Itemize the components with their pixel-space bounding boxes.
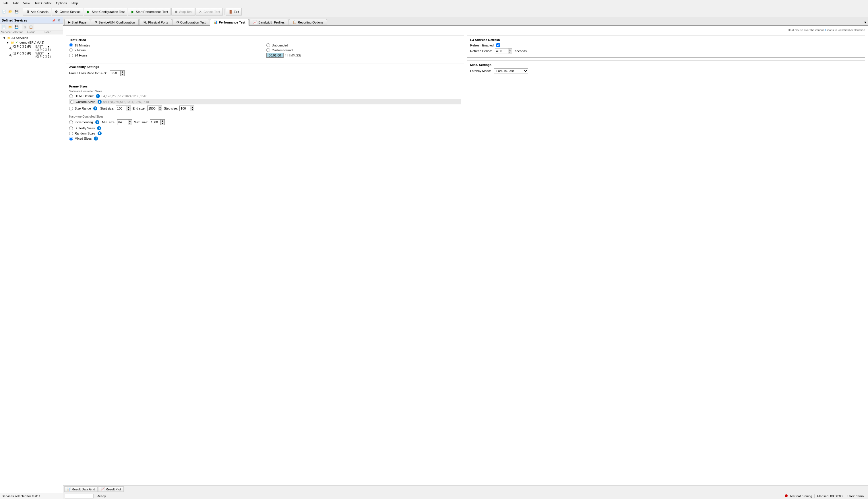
random-info[interactable]: ℹ <box>98 131 102 135</box>
min-size-down[interactable]: ▼ <box>128 122 132 125</box>
refresh-enabled-checkbox[interactable] <box>496 43 500 47</box>
radio-custom-input[interactable] <box>266 48 270 52</box>
max-size-down[interactable]: ▼ <box>160 122 165 125</box>
incrementing-info[interactable]: ℹ <box>95 120 99 124</box>
tab-performance-test[interactable]: 📊 Performance Test <box>210 19 249 26</box>
start-config-test-button[interactable]: ▶ Start Configuration Test <box>84 8 128 16</box>
refresh-period-down[interactable]: ▼ <box>508 51 512 53</box>
end-size-input[interactable] <box>147 106 158 111</box>
step-size-label: Step size: <box>164 107 178 110</box>
random-radio[interactable] <box>69 132 73 135</box>
physical-ports-icon: 🔌 <box>143 20 147 24</box>
size-range-info[interactable]: ℹ <box>93 106 97 110</box>
frame-loss-input[interactable] <box>110 71 120 76</box>
size-range-radio[interactable] <box>69 107 73 110</box>
tree-demo-epl[interactable]: ▼ 📁 ✔ demo (EPL) (U:2) <box>0 40 63 45</box>
menu-test-control[interactable]: Test Control <box>32 1 54 5</box>
refresh-period-input[interactable] <box>495 48 508 53</box>
tree-port2[interactable]: 🔌 (1) P-0-3-3 (P) WEST ▼ (0) P-0-3-2 ( <box>0 52 63 59</box>
radio-24hr-input[interactable] <box>69 53 73 57</box>
menu-view[interactable]: View <box>21 1 33 5</box>
menu-bar: File Edit View Test Control Options Help <box>0 0 868 6</box>
search-input[interactable] <box>65 494 94 498</box>
save-btn[interactable]: 💾 <box>14 9 20 14</box>
min-size-input[interactable] <box>117 120 128 125</box>
info-text-prefix: Hold mouse over the various <box>788 29 824 32</box>
panel-new-btn[interactable]: 📄 <box>1 24 7 29</box>
expand-icon-2: ▼ <box>6 40 10 45</box>
menu-file[interactable]: File <box>1 1 11 5</box>
cancel-test-button[interactable]: ✕ Cancel Test <box>195 8 223 16</box>
max-size-input[interactable] <box>150 120 160 125</box>
itu-t-info[interactable]: ℹ <box>96 94 100 98</box>
tree-all-services[interactable]: ▼ 📁 All Services <box>0 36 63 40</box>
mixed-radio[interactable] <box>69 137 73 141</box>
l3-refresh-title: L3 Address Refresh <box>470 38 862 41</box>
tab-service-uni[interactable]: ⚙ Service/UNI Configuration <box>91 19 139 25</box>
custom-time-row: (HH:MM:SS) <box>266 53 461 58</box>
panel-open-btn[interactable]: 📂 <box>8 24 13 29</box>
create-service-button[interactable]: ⚙ Create Service <box>52 8 83 16</box>
menu-options[interactable]: Options <box>54 1 69 5</box>
mixed-info[interactable]: ℹ <box>94 136 98 141</box>
panel-paste-btn[interactable]: 📋 <box>28 24 34 29</box>
panel-copy-btn[interactable]: ⎘ <box>22 24 27 29</box>
tab-bandwidth-profiles[interactable]: 📈 Bandwidth Profiles <box>249 19 288 25</box>
menu-edit[interactable]: Edit <box>11 1 21 5</box>
new-btn[interactable]: 📄 <box>1 9 7 14</box>
radio-unbounded-input[interactable] <box>266 43 270 47</box>
tab-reporting-options[interactable]: 📋 Reporting Options <box>289 19 327 25</box>
service-icon: ⚙ <box>54 10 59 14</box>
tab-physical-ports[interactable]: 🔌 Physical Ports <box>139 19 172 25</box>
frame-loss-up[interactable]: ▲ <box>120 71 124 73</box>
menu-help[interactable]: Help <box>69 1 80 5</box>
result-data-grid-tab[interactable]: 📊 Result Data Grid <box>64 486 98 492</box>
butterfly-info[interactable]: ℹ <box>97 126 101 130</box>
end-size-down[interactable]: ▼ <box>158 108 162 111</box>
radio-24hr: 24 Hours <box>69 53 264 58</box>
exit-button[interactable]: 🚪 Exit <box>226 8 242 16</box>
panel-close-icon[interactable]: ✕ <box>57 18 61 23</box>
port-icon-1: 🔌 <box>9 46 12 50</box>
add-chassis-button[interactable]: 🖥 Add Chassis <box>23 8 51 16</box>
custom-sizes-info[interactable]: ℹ <box>98 100 102 104</box>
latency-select[interactable]: First-To-Last Last-To-Last Average <box>494 68 528 73</box>
start-perf-test-button[interactable]: ▶ Start Performance Test <box>128 8 170 16</box>
panel-pin-icon[interactable]: 📌 <box>51 18 56 23</box>
incrementing-radio[interactable] <box>69 120 73 124</box>
itu-t-radio[interactable] <box>69 94 73 98</box>
refresh-period-up[interactable]: ▲ <box>508 48 512 51</box>
status-left: Ready <box>65 494 783 498</box>
end-size-up[interactable]: ▲ <box>158 106 162 108</box>
radio-unbounded: Unbounded <box>266 43 461 47</box>
tab-config-test[interactable]: ⚙ Configuration Test <box>173 19 209 25</box>
bw-profiles-label: Bandwidth Profiles <box>258 21 284 24</box>
config-test-tab-label: Configuration Test <box>180 21 205 24</box>
radio-15min-input[interactable] <box>69 43 73 47</box>
min-size-up[interactable]: ▲ <box>128 120 132 122</box>
custom-time-input[interactable] <box>266 53 284 58</box>
radio-2hr-input[interactable] <box>69 48 73 52</box>
sep1 <box>21 9 21 15</box>
panel-save-btn[interactable]: 💾 <box>14 24 20 29</box>
end-size-spin: ▲ ▼ <box>147 106 162 111</box>
user-status: User: demo <box>845 495 866 498</box>
tab-start-page[interactable]: ▶ Start Page <box>64 19 90 25</box>
step-size-up[interactable]: ▲ <box>190 106 194 108</box>
perf-test-tab-label: Performance Test <box>219 21 245 24</box>
start-size-down[interactable]: ▼ <box>127 108 131 111</box>
tabs-dropdown[interactable]: ▼ <box>863 20 868 25</box>
open-btn[interactable]: 📂 <box>8 9 13 14</box>
custom-sizes-radio[interactable] <box>70 100 74 104</box>
stop-test-button[interactable]: ⏺ Stop Test <box>171 8 195 16</box>
tree-port1[interactable]: 🔌 (0) P-0-3-2 (P) EAST ▼ (1) P-0-3-3 ( <box>0 45 63 52</box>
sw-controlled-label: Software Controlled Sizes <box>69 90 461 93</box>
step-size-down[interactable]: ▼ <box>190 108 194 111</box>
max-size-up[interactable]: ▲ <box>160 120 165 122</box>
butterfly-radio[interactable] <box>69 126 73 130</box>
start-size-up[interactable]: ▲ <box>127 106 131 108</box>
result-plot-tab[interactable]: 📈 Result Plot <box>98 486 123 492</box>
frame-loss-down[interactable]: ▼ <box>120 73 124 76</box>
step-size-input[interactable] <box>180 106 190 111</box>
start-size-input[interactable] <box>116 106 127 111</box>
